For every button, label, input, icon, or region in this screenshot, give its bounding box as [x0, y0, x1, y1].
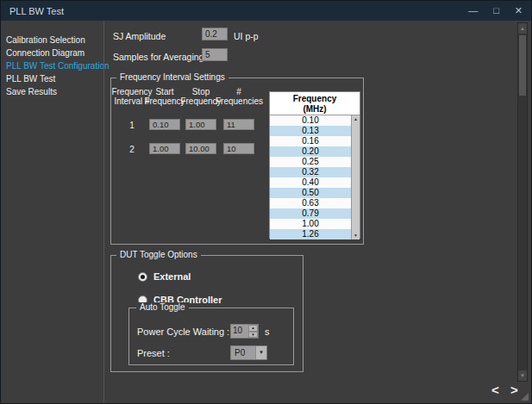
sidebar-item-pll-bw-test-configuration[interactable]: PLL BW Test Configuration	[1, 59, 103, 72]
scroll-up-icon[interactable]: ▲	[352, 115, 360, 123]
sj-amplitude-unit: UI p-p	[234, 31, 259, 41]
frequency-value: 1.26	[270, 229, 351, 239]
frequency-value: 0.40	[270, 177, 351, 188]
interval-2-count-input[interactable]	[223, 143, 254, 154]
interval-1-start-input[interactable]	[149, 119, 180, 130]
frequency-value: 0.20	[270, 146, 351, 157]
column-header-start: Start Frequency	[144, 87, 185, 106]
radio-external[interactable]: External	[138, 271, 191, 282]
frequency-table-scrollbar[interactable]: ▲ ▼	[351, 115, 360, 239]
frequency-value: 1.00	[270, 219, 351, 229]
sidebar: Calibration Selection Connection Diagram…	[1, 21, 103, 403]
preset-dropdown[interactable]: P0 ▼	[230, 345, 267, 360]
power-cycle-waiting-label: Power Cycle Waiting :	[137, 326, 229, 337]
frequency-interval-settings-title: Frequency Interval Settings	[116, 72, 228, 82]
minimize-icon[interactable]: —	[468, 1, 478, 21]
frequency-value: 0.79	[270, 208, 351, 219]
frequency-value: 0.25	[270, 157, 351, 167]
sidebar-item-save-results[interactable]: Save Results	[1, 85, 103, 98]
scrollbar-up-icon[interactable]: ▲	[518, 23, 527, 34]
maximize-icon[interactable]: □	[493, 1, 499, 21]
app-window: PLL BW Test — □ ✕ Calibration Selection …	[0, 0, 532, 404]
frequency-table-header: Frequency (MHz)	[270, 92, 360, 115]
dut-toggle-options-group: DUT Toggle Options External CBB Controll…	[110, 255, 304, 372]
sidebar-item-pll-bw-test[interactable]: PLL BW Test	[1, 72, 103, 85]
spinner-down-icon[interactable]: ▼	[248, 332, 258, 339]
samples-for-averaging-input[interactable]	[202, 48, 228, 61]
sidebar-item-calibration-selection[interactable]: Calibration Selection	[1, 34, 103, 47]
resize-grip[interactable]	[521, 393, 529, 401]
prev-button[interactable]: <	[491, 382, 499, 397]
radio-external-label: External	[153, 271, 191, 282]
power-cycle-waiting-spinner[interactable]: 10 ▲ ▼	[230, 324, 259, 339]
power-cycle-waiting-value: 10	[233, 326, 242, 335]
window-controls: — □ ✕	[468, 1, 523, 21]
frequency-value: 0.50	[270, 188, 351, 198]
dut-toggle-options-title: DUT Toggle Options	[116, 250, 201, 259]
auto-toggle-title: Auto Toggle	[136, 302, 189, 312]
auto-toggle-group: Auto Toggle Power Cycle Waiting : 10 ▲ ▼…	[128, 308, 294, 365]
frequency-table-rows: 0.10 0.13 0.16 0.20 0.25 0.32 0.40 0.50 …	[270, 115, 351, 239]
frequency-table: Frequency (MHz) 0.10 0.13 0.16 0.20 0.25…	[269, 91, 360, 239]
interval-1-count-input[interactable]	[223, 119, 254, 130]
scrollbar-thumb[interactable]	[519, 35, 526, 96]
frequency-value: 0.63	[270, 198, 351, 208]
interval-1-stop-input[interactable]	[185, 119, 216, 130]
power-cycle-waiting-unit: s	[265, 326, 270, 337]
interval-2-start-input[interactable]	[149, 143, 180, 154]
spinner-buttons: ▲ ▼	[248, 325, 258, 338]
scroll-down-icon[interactable]: ▼	[352, 232, 360, 239]
titlebar: PLL BW Test — □ ✕	[1, 1, 531, 21]
close-icon[interactable]: ✕	[515, 1, 523, 21]
preset-label: Preset :	[137, 348, 170, 358]
preset-value: P0	[235, 348, 245, 357]
interval-2-number: 2	[110, 145, 153, 154]
frequency-interval-settings-group: Frequency Interval Settings Frequency In…	[110, 78, 364, 245]
vertical-scrollbar[interactable]: ▲ ▼	[517, 22, 528, 382]
spinner-up-icon[interactable]: ▲	[248, 325, 258, 332]
frequency-value: 0.32	[270, 167, 351, 177]
frequency-value: 0.10	[270, 115, 351, 126]
samples-for-averaging-label: Samples for Averaging	[113, 52, 203, 62]
column-header-count: # Frequencies	[216, 87, 262, 106]
sj-amplitude-label: SJ Amplitude	[113, 31, 166, 41]
interval-1-number: 1	[110, 121, 153, 130]
radio-selected-icon	[138, 272, 147, 282]
sidebar-item-connection-diagram[interactable]: Connection Diagram	[1, 47, 103, 59]
frequency-value: 0.16	[270, 136, 351, 146]
chevron-down-icon: ▼	[255, 346, 266, 359]
window-title: PLL BW Test	[1, 6, 64, 16]
sj-amplitude-input[interactable]	[202, 28, 228, 40]
interval-2-stop-input[interactable]	[185, 143, 216, 154]
frequency-value: 0.13	[270, 126, 351, 136]
sidebar-divider	[103, 21, 104, 403]
scrollbar-down-icon[interactable]: ▼	[518, 370, 527, 381]
next-button[interactable]: >	[510, 382, 518, 397]
